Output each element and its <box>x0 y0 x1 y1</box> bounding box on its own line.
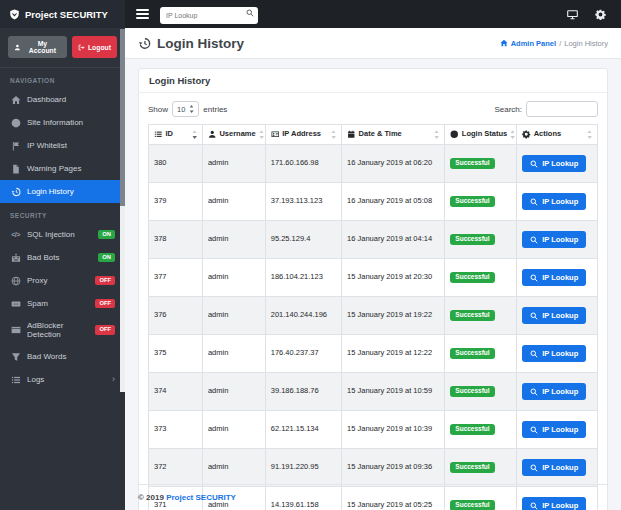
cell-date: 15 January 2019 at 12:22 <box>342 335 445 373</box>
breadcrumb-current: Login History <box>564 39 608 48</box>
select-arrows-icon <box>189 105 194 113</box>
column-header-id[interactable]: ID <box>149 125 203 145</box>
ip-lookup-button[interactable]: IP Lookup <box>522 307 586 324</box>
search-icon <box>530 426 538 434</box>
page-footer: © 2019 Project SECURITY <box>138 484 608 510</box>
sidebar-item-bad-bots[interactable]: Bad Bots ON <box>0 246 125 269</box>
home-icon <box>10 94 21 105</box>
cell-date: 15 January 2019 at 10:39 <box>342 411 445 449</box>
search-icon <box>530 464 538 472</box>
brand-logo[interactable]: Project SECURITY <box>0 0 125 28</box>
login-history-card: Login History Show 10 entries <box>138 68 608 510</box>
column-header-actions[interactable]: Actions <box>517 125 598 145</box>
sidebar-item-login-history[interactable]: Login History <box>0 180 125 203</box>
column-header-username[interactable]: Username <box>202 125 265 145</box>
column-header-ip-address[interactable]: IP Address <box>265 125 341 145</box>
footer-brand-link[interactable]: Project SECURITY <box>166 493 236 502</box>
card-title: Login History <box>139 69 607 93</box>
cell-ip: 95.25.129.4 <box>265 221 341 259</box>
sidebar-item-ip-whitelist[interactable]: IP Whitelist <box>0 134 125 157</box>
topbar-actions <box>567 9 621 20</box>
monitor-icon[interactable] <box>567 9 578 20</box>
cell-ip: 62.121.15.134 <box>265 411 341 449</box>
search-icon <box>530 198 538 206</box>
ip-lookup-button[interactable]: IP Lookup <box>522 459 586 476</box>
cell-id: 378 <box>149 221 203 259</box>
breadcrumb-separator: / <box>559 39 561 48</box>
sidebar-scrollbar-thumb[interactable] <box>120 206 125 392</box>
home-icon <box>500 39 508 47</box>
ip-lookup-button[interactable]: IP Lookup <box>522 345 586 362</box>
search-icon <box>530 350 538 358</box>
brand-name: Project SECURITY <box>25 9 108 20</box>
cell-username: admin <box>202 373 265 411</box>
sidebar-item-site-information[interactable]: Site Information <box>0 111 125 134</box>
cell-username: admin <box>202 221 265 259</box>
cell-date: 16 January 2019 at 04:14 <box>342 221 445 259</box>
table-row: 378 admin 95.25.129.4 16 January 2019 at… <box>149 221 598 259</box>
page-header: Login History Admin Panel / Login Histor… <box>125 28 621 59</box>
cell-username: admin <box>202 449 265 487</box>
cell-ip: 39.186.188.76 <box>265 373 341 411</box>
code-icon: </> <box>10 229 21 240</box>
status-badge: Successful <box>450 462 494 474</box>
hamburger-menu-icon[interactable] <box>136 9 149 18</box>
sidebar-item-adblocker-detection[interactable]: AdBlocker Detection OFF <box>0 315 125 345</box>
cell-id: 375 <box>149 335 203 373</box>
cell-ip: 91.191.220.95 <box>265 449 341 487</box>
table-row: 372 admin 91.191.220.95 15 January 2019 … <box>149 449 598 487</box>
sidebar-item-logs[interactable]: Logs › <box>0 368 125 391</box>
cell-date: 15 January 2019 at 09:36 <box>342 449 445 487</box>
ip-lookup-search-input[interactable] <box>160 7 258 24</box>
logout-icon <box>78 44 85 51</box>
cell-date: 15 January 2019 at 19:22 <box>342 297 445 335</box>
ip-lookup-button[interactable]: IP Lookup <box>522 155 586 172</box>
sidebar-item-warning-pages[interactable]: Warning Pages <box>0 157 125 180</box>
status-badge-off: OFF <box>95 299 115 309</box>
search-icon <box>530 274 538 282</box>
sidebar-item-sql-injection[interactable]: </> SQL Injection ON <box>0 223 125 246</box>
sort-icon <box>192 130 197 139</box>
chevron-right-icon: › <box>112 375 115 384</box>
ip-lookup-button[interactable]: IP Lookup <box>522 193 586 210</box>
login-history-table: ID Username IP Address <box>148 124 598 510</box>
status-badge-on: ON <box>98 230 115 240</box>
table-row: 376 admin 201.140.244.196 15 January 201… <box>149 297 598 335</box>
status-badge-off: OFF <box>95 325 115 335</box>
nav-section-label: NAVIGATION <box>0 68 125 88</box>
sidebar-item-proxy[interactable]: Proxy OFF <box>0 269 125 292</box>
ip-lookup-button[interactable]: IP Lookup <box>522 231 586 248</box>
page-length-select[interactable]: 10 <box>172 101 199 117</box>
cell-ip: 37.193.113.123 <box>265 183 341 221</box>
sidebar-item-dashboard[interactable]: Dashboard <box>0 88 125 111</box>
status-badge: Successful <box>450 158 494 170</box>
table-search-input[interactable] <box>526 101 598 117</box>
column-header-login-status[interactable]: Login Status <box>445 125 517 145</box>
cell-date: 15 January 2019 at 20:30 <box>342 259 445 297</box>
my-account-button[interactable]: My Account <box>8 36 67 58</box>
sidebar-item-spam[interactable]: Spam OFF <box>0 292 125 315</box>
ip-lookup-button[interactable]: IP Lookup <box>522 383 586 400</box>
breadcrumb-admin-panel-link[interactable]: Admin Panel <box>500 39 556 48</box>
sidebar-item-bad-words[interactable]: Bad Words <box>0 345 125 368</box>
robot-icon <box>10 252 21 263</box>
calendar-icon <box>347 130 356 139</box>
table-controls: Show 10 entries Search: <box>148 101 598 117</box>
sidebar-scrollbar[interactable] <box>120 29 125 391</box>
cell-id: 379 <box>149 183 203 221</box>
status-badge: Successful <box>450 310 494 322</box>
cogs-icon[interactable] <box>595 9 606 20</box>
table-row: 374 admin 39.186.188.76 15 January 2019 … <box>149 373 598 411</box>
logout-button[interactable]: Logout <box>72 36 117 58</box>
id-card-icon <box>271 130 280 139</box>
ip-lookup-button[interactable]: IP Lookup <box>522 269 586 286</box>
status-badge: Successful <box>450 348 494 360</box>
account-row: My Account Logout <box>0 28 125 68</box>
cell-id: 374 <box>149 373 203 411</box>
column-header-date-time[interactable]: Date & Time <box>342 125 445 145</box>
cell-date: 15 January 2019 at 10:59 <box>342 373 445 411</box>
ip-lookup-button[interactable]: IP Lookup <box>522 421 586 438</box>
cell-ip: 176.40.237.37 <box>265 335 341 373</box>
sidebar: My Account Logout NAVIGATION Dashboard S… <box>0 28 125 510</box>
table-row: 377 admin 186.104.21.123 15 January 2019… <box>149 259 598 297</box>
